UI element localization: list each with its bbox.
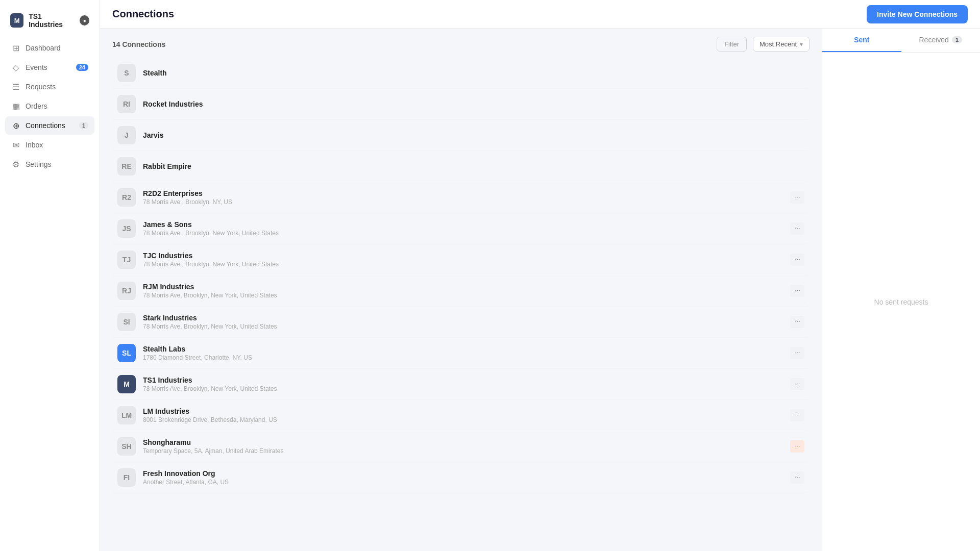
table-row[interactable]: M TS1 Industries 78 Morris Ave, Brooklyn… — [112, 369, 810, 400]
avatar: RJ — [117, 282, 136, 300]
connection-actions: ⋯ — [790, 347, 804, 359]
logo-badge: ● — [80, 15, 89, 26]
connection-address: 78 Morris Ave , Brooklyn, NY, US — [143, 198, 790, 206]
sidebar-item-label: Requests — [26, 83, 56, 91]
connection-name: Shongharamu — [143, 438, 790, 446]
sidebar-item-label: Inbox — [26, 141, 43, 149]
table-row[interactable]: SH Shongharamu Temporary Space, 5A, Ajma… — [112, 431, 810, 462]
connection-actions: ⋯ — [790, 191, 804, 204]
action-button[interactable]: ⋯ — [790, 191, 804, 204]
connection-info: RJM Industries 78 Morris Ave, Brooklyn, … — [143, 283, 790, 299]
sidebar-item-events[interactable]: ◇ Events 24 — [5, 58, 94, 77]
sidebar-item-label: Dashboard — [26, 44, 61, 52]
action-button[interactable]: ⋯ — [790, 378, 804, 390]
orders-icon: ▦ — [11, 102, 20, 111]
tab-received[interactable]: Received 1 — [901, 29, 981, 52]
table-row[interactable]: S Stealth — [112, 58, 810, 89]
no-sent-requests: No sent requests — [822, 53, 980, 551]
tab-sent[interactable]: Sent — [822, 29, 901, 52]
sidebar-item-label: Connections — [26, 121, 65, 130]
avatar: RI — [117, 95, 136, 113]
avatar: LM — [117, 406, 136, 424]
sidebar-item-label: Settings — [26, 160, 52, 168]
connections-header: 14 Connections Filter Most Recent ▾ — [112, 37, 810, 52]
events-badge: 24 — [76, 64, 88, 71]
avatar: SI — [117, 313, 136, 331]
logo-text: TS1 Industries — [29, 12, 75, 29]
action-button[interactable]: ⋯ — [790, 254, 804, 266]
connection-address: 78 Morris Ave, Brooklyn, New York, Unite… — [143, 292, 790, 299]
sidebar-item-settings[interactable]: ⚙ Settings — [5, 155, 94, 173]
invite-connections-button[interactable]: Invite New Connections — [867, 5, 968, 23]
page-title: Connections — [112, 8, 174, 20]
connection-name: RJM Industries — [143, 283, 790, 291]
sidebar-item-connections[interactable]: ⊕ Connections 1 — [5, 116, 94, 135]
action-button[interactable]: ⋯ — [790, 409, 804, 421]
connection-actions: ⋯ — [790, 440, 804, 453]
filter-button[interactable]: Filter — [717, 37, 747, 52]
connection-address: 78 Morris Ave, Brooklyn, New York, Unite… — [143, 323, 790, 330]
table-row[interactable]: J Jarvis — [112, 120, 810, 151]
connection-name: Stealth Labs — [143, 345, 790, 353]
avatar: RE — [117, 157, 136, 176]
table-row[interactable]: RJ RJM Industries 78 Morris Ave, Brookly… — [112, 276, 810, 307]
connection-actions: ⋯ — [790, 471, 804, 484]
sort-label: Most Recent — [760, 40, 797, 48]
action-button[interactable]: ⋯ — [790, 471, 804, 484]
action-button[interactable]: ⋯ — [790, 316, 804, 328]
action-button-orange[interactable]: ⋯ — [790, 440, 804, 453]
connection-actions: ⋯ — [790, 378, 804, 390]
connection-info: Stealth — [143, 69, 804, 77]
sidebar-item-label: Orders — [26, 102, 47, 110]
sent-tab-label: Sent — [854, 36, 869, 44]
action-button[interactable]: ⋯ — [790, 222, 804, 235]
sort-dropdown[interactable]: Most Recent ▾ — [753, 37, 810, 52]
settings-icon: ⚙ — [11, 160, 20, 169]
connection-name: Rocket Industries — [143, 100, 804, 108]
avatar: R2 — [117, 188, 136, 207]
connection-name: Rabbit Empire — [143, 162, 804, 170]
requests-tabs: Sent Received 1 — [822, 29, 980, 53]
connection-info: James & Sons 78 Morris Ave , Brooklyn, N… — [143, 220, 790, 237]
sidebar-nav: ⊞ Dashboard ◇ Events 24 ☰ Requests ▦ Ord… — [0, 39, 100, 173]
avatar: M — [117, 375, 136, 393]
connections-icon: ⊕ — [11, 121, 20, 130]
connection-name: TJC Industries — [143, 252, 790, 260]
table-row[interactable]: JS James & Sons 78 Morris Ave , Brooklyn… — [112, 213, 810, 244]
connection-info: Stealth Labs 1780 Diamond Street, Charlo… — [143, 345, 790, 361]
avatar: J — [117, 126, 136, 144]
connection-info: LM Industries 8001 Brokenridge Drive, Be… — [143, 407, 790, 423]
table-row[interactable]: FI Fresh Innovation Org Another Street, … — [112, 462, 810, 493]
connection-name: Fresh Innovation Org — [143, 469, 790, 478]
connections-badge: 1 — [79, 122, 88, 129]
connection-name: LM Industries — [143, 407, 790, 415]
sidebar-item-orders[interactable]: ▦ Orders — [5, 97, 94, 115]
table-row[interactable]: LM LM Industries 8001 Brokenridge Drive,… — [112, 400, 810, 431]
connections-controls: Filter Most Recent ▾ — [717, 37, 810, 52]
connection-info: TS1 Industries 78 Morris Ave, Brooklyn, … — [143, 376, 790, 392]
avatar: S — [117, 64, 136, 82]
connection-info: TJC Industries 78 Morris Ave , Brooklyn,… — [143, 252, 790, 268]
sidebar-item-inbox[interactable]: ✉ Inbox — [5, 136, 94, 154]
action-button[interactable]: ⋯ — [790, 285, 804, 297]
table-row[interactable]: R2 R2D2 Enterprises 78 Morris Ave , Broo… — [112, 182, 810, 213]
connection-info: Stark Industries 78 Morris Ave, Brooklyn… — [143, 314, 790, 330]
connection-actions: ⋯ — [790, 222, 804, 235]
connection-info: Rocket Industries — [143, 100, 804, 108]
sidebar-item-label: Events — [26, 63, 47, 71]
connections-list: S Stealth RI Rocket Industries J Jarvis — [112, 58, 810, 493]
table-row[interactable]: SI Stark Industries 78 Morris Ave, Brook… — [112, 307, 810, 338]
action-button[interactable]: ⋯ — [790, 347, 804, 359]
sidebar-item-dashboard[interactable]: ⊞ Dashboard — [5, 39, 94, 57]
connection-info: Rabbit Empire — [143, 162, 804, 170]
connection-name: Stealth — [143, 69, 804, 77]
connection-name: Jarvis — [143, 131, 804, 139]
table-row[interactable]: TJ TJC Industries 78 Morris Ave , Brookl… — [112, 244, 810, 276]
table-row[interactable]: SL Stealth Labs 1780 Diamond Street, Cha… — [112, 338, 810, 369]
sidebar-item-requests[interactable]: ☰ Requests — [5, 78, 94, 96]
table-row[interactable]: RI Rocket Industries — [112, 89, 810, 120]
avatar: FI — [117, 468, 136, 487]
inbox-icon: ✉ — [11, 140, 20, 149]
connection-address: 78 Morris Ave , Brooklyn, New York, Unit… — [143, 261, 790, 268]
table-row[interactable]: RE Rabbit Empire — [112, 151, 810, 182]
